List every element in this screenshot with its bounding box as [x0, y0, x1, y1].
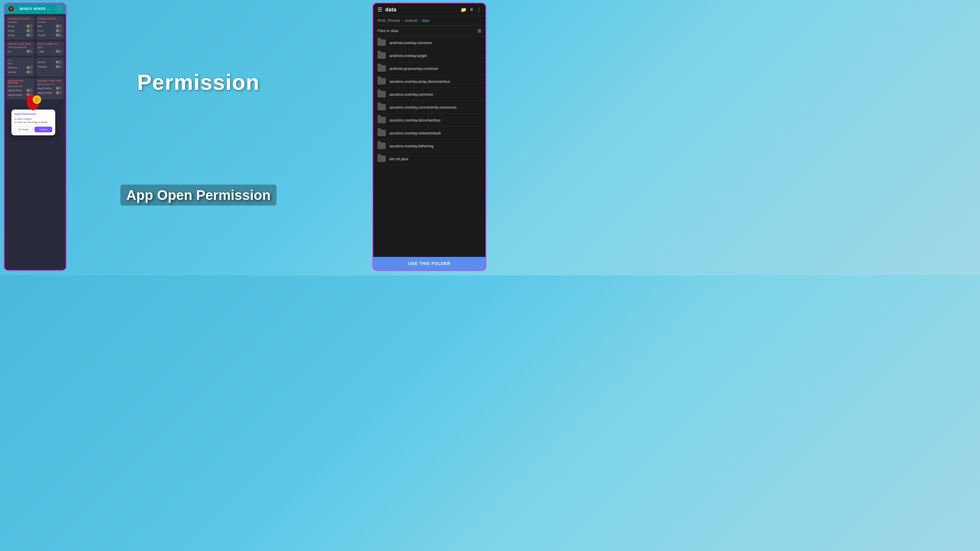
continue-button[interactable]: Continue: [35, 127, 52, 132]
hamburger-icon[interactable]: ☰: [377, 6, 382, 13]
file-item-name: bin.mt.plus: [390, 157, 408, 161]
grid-view-icon[interactable]: ⊞: [477, 28, 481, 33]
toggle-60fps: 60 Fps: [8, 29, 33, 32]
dialog-title: Need Permission: [14, 113, 52, 116]
folder-icon: [377, 143, 386, 149]
toggle-potat-switch[interactable]: [56, 65, 62, 68]
erazer-tre-title: ERAZER + TRE TYPE: [38, 80, 62, 82]
folder-add-icon[interactable]: 📁: [461, 7, 466, 13]
svg-text:2: 2: [36, 97, 38, 102]
toggle-60fps-switch[interactable]: [26, 29, 33, 32]
app-title: WINER WINER ...: [19, 7, 51, 11]
toggle-map-erngl2-switch[interactable]: [56, 86, 62, 90]
dialog-step1: 1) Click Continue: [14, 118, 32, 120]
graphics-title: GRAPHICS CHOICE: [8, 18, 33, 20]
toggle-90fps-switch[interactable]: [26, 33, 33, 37]
toggle-map-erngl-label: MAp [E-RNGL]: [8, 89, 22, 92]
file-panel: ☰ data 📁 ≡ ⋮ ROG_Phone3 › Android › data…: [372, 2, 487, 271]
toggle-iphone8: iPhone-8+: [8, 66, 33, 69]
list-item[interactable]: bin.mt.plus: [373, 152, 485, 165]
power-card: POWER CHOICE Increase Aimi Pro-A LA-g Fi…: [36, 16, 64, 40]
phone-panel: ? WINER WINER ... ↺ GRAPHICS CHOICE set …: [3, 2, 67, 271]
permission-icon: 2: [25, 93, 43, 111]
toggle-maxviw: mAx Viw: [8, 70, 33, 74]
file-item-name: asusims.overlay.common: [390, 92, 433, 97]
protection-sub: 100% saf prota-cion: [8, 46, 33, 48]
protection-card: PROTE-CTION SAFE 100% saf prota-cion Sa.…: [6, 41, 35, 56]
toggle-60fps-label: 60 Fps: [8, 30, 14, 32]
it-sub: Wid...: [8, 62, 33, 65]
toggle-lagfix-switch[interactable]: [56, 33, 62, 37]
file-header-right: 📁 ≡ ⋮: [461, 7, 481, 13]
toggle-sa-switch[interactable]: [26, 49, 33, 53]
list-item[interactable]: asusims.overlay.aosp.documentsui: [373, 75, 485, 88]
refresh-icon[interactable]: ↺: [56, 5, 63, 12]
toggle-90fps: 90 Fps: [8, 33, 33, 37]
power-title: POWER CHOICE: [38, 18, 62, 20]
phone-header: ? WINER WINER ... ↺: [5, 3, 66, 14]
list-item[interactable]: android.overlay.target: [373, 49, 485, 62]
dialog-text: 1) Click Continue 2) Click Use This Fold…: [14, 118, 52, 124]
list-item[interactable]: android.overlay.common: [373, 36, 485, 49]
toggle-maxviw-label: mAx Viw: [8, 71, 16, 73]
list-item[interactable]: asusims.overlay.documentsui: [373, 114, 485, 127]
center-overlay: Permission App Open Permission: [66, 15, 331, 260]
nul-card: Nul-Skll PotAt-grA: [36, 57, 64, 76]
file-list: android.overlay.common android.overlay.t…: [373, 36, 485, 257]
more-options-icon[interactable]: ⋮: [476, 7, 481, 13]
list-item[interactable]: android.qvaoverlay.common: [373, 62, 485, 75]
toggle-proa-switch[interactable]: [56, 29, 62, 32]
file-header-left: ☰ data: [377, 6, 396, 13]
toggle-maxviw-switch[interactable]: [26, 70, 33, 74]
toggle-night: ...night: [38, 49, 62, 53]
toggle-nulskll-switch[interactable]: [56, 60, 62, 64]
it-title: I-T...: [8, 59, 33, 61]
toggle-iphone8-label: iPhone-8+: [8, 67, 18, 69]
toggle-aimi-switch[interactable]: [56, 24, 62, 28]
dialog-step2: 2) Click Use This Folder & Allowe: [14, 121, 48, 124]
breadcrumb: ROG_Phone3 › Android › data: [373, 16, 485, 25]
folder-icon: [377, 130, 386, 136]
sort-icon[interactable]: ≡: [470, 7, 473, 12]
file-item-name: android.overlay.common: [390, 41, 432, 45]
breadcrumb-sep2: ›: [419, 19, 420, 23]
no-thanks-button[interactable]: No Thanks: [14, 127, 33, 132]
toggle-night-switch[interactable]: [56, 49, 62, 53]
file-item-name: asusims.overlay.aosp.documentsui: [390, 79, 450, 84]
file-panel-title: data: [385, 6, 396, 13]
erazer-tre-sub: gone ground + tre: [38, 83, 62, 85]
folder-icon: [377, 156, 386, 162]
toggle-aimi-label: Aimi: [38, 25, 42, 27]
file-item-name: android.overlay.target: [390, 53, 427, 58]
toggle-potat: PotAt-grA: [38, 65, 62, 68]
app-open-permission-heading: App Open Permission: [120, 184, 277, 206]
phone-body: GRAPHICS CHOICE set up fps 40 Fps 60 Fps…: [5, 14, 66, 270]
breadcrumb-data[interactable]: data: [422, 19, 429, 23]
toggle-map-shnok2-switch[interactable]: [56, 91, 62, 95]
toggle-40fps: 40 Fps: [8, 24, 33, 28]
toggle-night-label: ...night: [38, 51, 44, 52]
file-item-name: asusims.overlay.tethering: [390, 144, 433, 148]
list-item[interactable]: asusims.overlay.tethering: [373, 140, 485, 152]
breadcrumb-android[interactable]: Android: [405, 19, 417, 23]
toggle-lagfix-label: LA-g Fix: [38, 34, 46, 36]
toggle-potat-label: PotAt-grA: [38, 66, 47, 68]
list-item[interactable]: asusims.overlay.connectivity.resources: [373, 101, 485, 114]
list-item[interactable]: asusims.overlay.networkstack: [373, 127, 485, 140]
efac-title: EFAC POWER STY: [38, 43, 62, 45]
files-label: Files in data: [377, 29, 398, 33]
toggle-40fps-switch[interactable]: [26, 24, 33, 28]
help-icon[interactable]: ?: [8, 5, 15, 12]
folder-icon: [377, 39, 386, 46]
breadcrumb-rog[interactable]: ROG_Phone3: [377, 19, 400, 23]
protection-title: PROTE-CTION SAFE: [8, 43, 33, 45]
toggle-map-erngl-switch[interactable]: [26, 89, 33, 92]
toggle-proa: Pro-A: [38, 29, 62, 32]
folder-icon: [377, 65, 386, 72]
row-it-nul: I-T... Wid... iPhone-8+ mAx Viw Nul-Skll: [6, 57, 64, 76]
power-sub: Increase: [38, 21, 62, 23]
toggle-iphone8-switch[interactable]: [26, 66, 33, 69]
file-item-name: asusims.overlay.connectivity.resources: [390, 105, 457, 110]
use-folder-button[interactable]: USE THIS FOLDER: [373, 257, 485, 270]
list-item[interactable]: asusims.overlay.common: [373, 88, 485, 101]
